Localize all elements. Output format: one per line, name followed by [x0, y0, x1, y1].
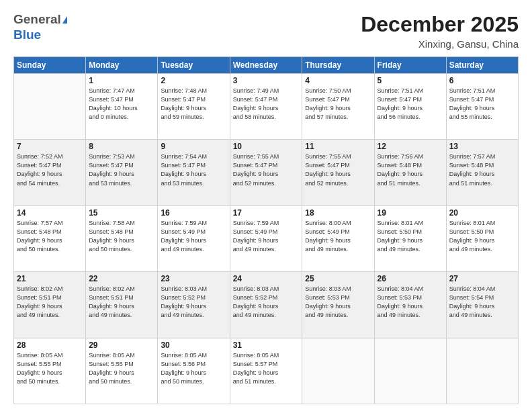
day-number: 14: [17, 208, 83, 218]
calendar-cell: 7Sunrise: 7:52 AM Sunset: 5:47 PM Daylig…: [14, 140, 86, 205]
cell-details: Sunrise: 7:49 AM Sunset: 5:47 PM Dayligh…: [233, 87, 300, 122]
calendar-header-row: SundayMondayTuesdayWednesdayThursdayFrid…: [14, 57, 519, 74]
calendar-cell: 12Sunrise: 7:56 AM Sunset: 5:48 PM Dayli…: [374, 140, 446, 205]
calendar-week-row: 7Sunrise: 7:52 AM Sunset: 5:47 PM Daylig…: [14, 140, 519, 205]
day-header-monday: Monday: [86, 57, 158, 74]
cell-details: Sunrise: 8:05 AM Sunset: 5:55 PM Dayligh…: [17, 351, 83, 386]
calendar-cell: 19Sunrise: 8:01 AM Sunset: 5:50 PM Dayli…: [374, 205, 446, 271]
day-number: 22: [89, 274, 154, 283]
calendar-cell: 27Sunrise: 8:04 AM Sunset: 5:54 PM Dayli…: [446, 272, 518, 338]
calendar-cell: 5Sunrise: 7:51 AM Sunset: 5:47 PM Daylig…: [374, 74, 446, 140]
calendar-cell: 9Sunrise: 7:54 AM Sunset: 5:47 PM Daylig…: [158, 140, 230, 205]
day-number: 20: [449, 208, 515, 218]
day-number: 9: [161, 142, 226, 151]
cell-details: Sunrise: 7:54 AM Sunset: 5:47 PM Dayligh…: [161, 152, 226, 187]
calendar-cell: 2Sunrise: 7:48 AM Sunset: 5:47 PM Daylig…: [158, 74, 230, 140]
day-number: 18: [305, 208, 371, 218]
calendar-cell: 10Sunrise: 7:55 AM Sunset: 5:47 PM Dayli…: [230, 140, 302, 205]
logo-triangle-icon: [62, 16, 67, 24]
cell-details: Sunrise: 7:52 AM Sunset: 5:47 PM Dayligh…: [17, 152, 83, 187]
day-number: 15: [89, 208, 154, 218]
calendar-cell: [446, 338, 518, 404]
calendar-cell: 28Sunrise: 8:05 AM Sunset: 5:55 PM Dayli…: [14, 338, 86, 404]
calendar-cell: 23Sunrise: 8:03 AM Sunset: 5:52 PM Dayli…: [158, 272, 230, 338]
cell-details: Sunrise: 8:01 AM Sunset: 5:50 PM Dayligh…: [378, 219, 443, 254]
cell-details: Sunrise: 8:01 AM Sunset: 5:50 PM Dayligh…: [449, 219, 515, 254]
day-number: 28: [17, 340, 83, 350]
day-number: 12: [378, 142, 443, 151]
calendar-week-row: 14Sunrise: 7:57 AM Sunset: 5:48 PM Dayli…: [14, 205, 519, 271]
calendar-cell: 29Sunrise: 8:05 AM Sunset: 5:55 PM Dayli…: [86, 338, 158, 404]
calendar-week-row: 21Sunrise: 8:02 AM Sunset: 5:51 PM Dayli…: [14, 272, 519, 338]
day-number: 16: [161, 208, 226, 218]
day-number: 30: [161, 340, 226, 350]
calendar-cell: 17Sunrise: 7:59 AM Sunset: 5:49 PM Dayli…: [230, 205, 302, 271]
calendar-cell: 21Sunrise: 8:02 AM Sunset: 5:51 PM Dayli…: [14, 272, 86, 338]
calendar-cell: 8Sunrise: 7:53 AM Sunset: 5:47 PM Daylig…: [86, 140, 158, 205]
calendar-cell: 6Sunrise: 7:51 AM Sunset: 5:47 PM Daylig…: [446, 74, 518, 140]
cell-details: Sunrise: 8:04 AM Sunset: 5:53 PM Dayligh…: [378, 285, 443, 320]
calendar-cell: 18Sunrise: 8:00 AM Sunset: 5:49 PM Dayli…: [302, 205, 374, 271]
day-number: 17: [233, 208, 300, 218]
day-number: 13: [449, 142, 515, 151]
day-header-thursday: Thursday: [302, 57, 374, 74]
page: General Blue December 2025 Xinxing, Gans…: [0, 0, 532, 411]
day-header-tuesday: Tuesday: [158, 57, 230, 74]
calendar-cell: 11Sunrise: 7:55 AM Sunset: 5:47 PM Dayli…: [302, 140, 374, 205]
day-number: 19: [378, 208, 443, 218]
cell-details: Sunrise: 8:03 AM Sunset: 5:53 PM Dayligh…: [305, 285, 371, 320]
day-number: 7: [17, 142, 83, 151]
calendar-cell: 25Sunrise: 8:03 AM Sunset: 5:53 PM Dayli…: [302, 272, 374, 338]
cell-details: Sunrise: 7:56 AM Sunset: 5:48 PM Dayligh…: [378, 152, 443, 187]
day-number: 26: [378, 274, 443, 283]
calendar-cell: 1Sunrise: 7:47 AM Sunset: 5:47 PM Daylig…: [86, 74, 158, 140]
month-title: December 2025: [361, 12, 519, 37]
header: General Blue December 2025 Xinxing, Gans…: [13, 12, 519, 50]
day-number: 3: [233, 76, 300, 85]
day-number: 6: [449, 76, 515, 85]
day-number: 29: [89, 340, 154, 350]
day-header-saturday: Saturday: [446, 57, 518, 74]
calendar-cell: 3Sunrise: 7:49 AM Sunset: 5:47 PM Daylig…: [230, 74, 302, 140]
day-number: 21: [17, 274, 83, 283]
day-number: 24: [233, 274, 300, 283]
cell-details: Sunrise: 7:51 AM Sunset: 5:47 PM Dayligh…: [449, 87, 515, 122]
cell-details: Sunrise: 7:57 AM Sunset: 5:48 PM Dayligh…: [17, 219, 83, 254]
cell-details: Sunrise: 7:51 AM Sunset: 5:47 PM Dayligh…: [378, 87, 443, 122]
day-header-friday: Friday: [374, 57, 446, 74]
day-number: 25: [305, 274, 371, 283]
calendar-cell: 31Sunrise: 8:05 AM Sunset: 5:57 PM Dayli…: [230, 338, 302, 404]
calendar-cell: 16Sunrise: 7:59 AM Sunset: 5:49 PM Dayli…: [158, 205, 230, 271]
day-number: 27: [449, 274, 515, 283]
cell-details: Sunrise: 7:55 AM Sunset: 5:47 PM Dayligh…: [305, 152, 371, 187]
cell-details: Sunrise: 7:59 AM Sunset: 5:49 PM Dayligh…: [233, 219, 300, 254]
calendar-cell: 26Sunrise: 8:04 AM Sunset: 5:53 PM Dayli…: [374, 272, 446, 338]
cell-details: Sunrise: 8:00 AM Sunset: 5:49 PM Dayligh…: [305, 219, 371, 254]
calendar-week-row: 1Sunrise: 7:47 AM Sunset: 5:47 PM Daylig…: [14, 74, 519, 140]
day-number: 31: [233, 340, 300, 350]
calendar-cell: 14Sunrise: 7:57 AM Sunset: 5:48 PM Dayli…: [14, 205, 86, 271]
cell-details: Sunrise: 8:03 AM Sunset: 5:52 PM Dayligh…: [233, 285, 300, 320]
calendar-cell: 13Sunrise: 7:57 AM Sunset: 5:48 PM Dayli…: [446, 140, 518, 205]
calendar-cell: 20Sunrise: 8:01 AM Sunset: 5:50 PM Dayli…: [446, 205, 518, 271]
day-number: 2: [161, 76, 226, 85]
cell-details: Sunrise: 7:48 AM Sunset: 5:47 PM Dayligh…: [161, 87, 226, 122]
cell-details: Sunrise: 7:53 AM Sunset: 5:47 PM Dayligh…: [89, 152, 154, 187]
day-number: 10: [233, 142, 300, 151]
day-number: 11: [305, 142, 371, 151]
calendar-cell: 30Sunrise: 8:05 AM Sunset: 5:56 PM Dayli…: [158, 338, 230, 404]
cell-details: Sunrise: 7:55 AM Sunset: 5:47 PM Dayligh…: [233, 152, 300, 187]
cell-details: Sunrise: 7:59 AM Sunset: 5:49 PM Dayligh…: [161, 219, 226, 254]
cell-details: Sunrise: 7:50 AM Sunset: 5:47 PM Dayligh…: [305, 87, 371, 122]
title-block: December 2025 Xinxing, Gansu, China: [361, 12, 519, 50]
day-header-sunday: Sunday: [14, 57, 86, 74]
day-header-wednesday: Wednesday: [230, 57, 302, 74]
location: Xinxing, Gansu, China: [361, 38, 519, 50]
cell-details: Sunrise: 8:05 AM Sunset: 5:55 PM Dayligh…: [89, 351, 154, 386]
cell-details: Sunrise: 8:03 AM Sunset: 5:52 PM Dayligh…: [161, 285, 226, 320]
day-number: 8: [89, 142, 154, 151]
logo-blue: Blue: [13, 28, 41, 42]
cell-details: Sunrise: 8:02 AM Sunset: 5:51 PM Dayligh…: [17, 285, 83, 320]
calendar-cell: 22Sunrise: 8:02 AM Sunset: 5:51 PM Dayli…: [86, 272, 158, 338]
cell-details: Sunrise: 7:58 AM Sunset: 5:48 PM Dayligh…: [89, 219, 154, 254]
